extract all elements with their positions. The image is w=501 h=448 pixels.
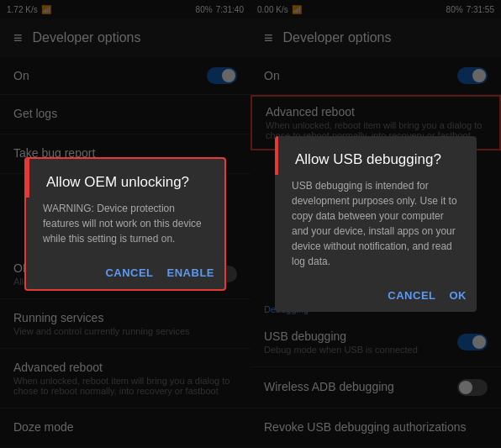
right-ok-button[interactable]: OK (450, 289, 467, 302)
left-cancel-button[interactable]: CANCEL (105, 266, 153, 279)
left-dialog: Allow OEM unlocking? WARNING: Device pro… (24, 157, 226, 291)
right-dialog-title: Allow USB debugging? (275, 136, 477, 175)
left-dialog-overlay: Allow OEM unlocking? WARNING: Device pro… (0, 0, 250, 448)
right-dialog: Allow USB debugging? USB debugging is in… (275, 136, 477, 312)
left-dialog-buttons: CANCEL ENABLE (26, 260, 224, 289)
right-cancel-button[interactable]: CANCEL (388, 289, 435, 302)
right-panel: 0.00 K/s 📶 80% 7:31:55 ≡ Developer optio… (250, 0, 501, 448)
left-panel: 1.72 K/s 📶 80% 7:31:40 ≡ Developer optio… (0, 0, 250, 448)
right-dialog-content: USB debugging is intended for developmen… (275, 175, 477, 282)
left-enable-button[interactable]: ENABLE (167, 266, 214, 279)
left-dialog-content: WARNING: Device protection features will… (26, 198, 224, 260)
right-dialog-buttons: CANCEL OK (275, 282, 477, 312)
left-dialog-title: Allow OEM unlocking? (26, 159, 224, 198)
right-dialog-overlay: Allow USB debugging? USB debugging is in… (250, 0, 501, 448)
